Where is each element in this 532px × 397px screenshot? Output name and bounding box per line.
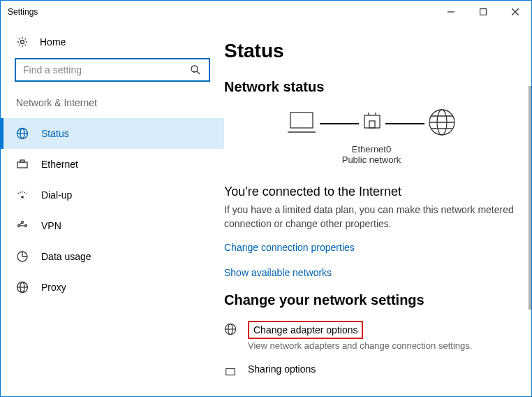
home-button[interactable]: Home [1, 29, 224, 58]
svg-rect-10 [17, 162, 27, 168]
diagram-labels: Ethernet0 Public network [224, 144, 519, 165]
sidebar-item-label: Data usage [41, 251, 91, 262]
sharing-options-row[interactable]: Sharing options [224, 363, 519, 378]
svg-point-12 [22, 196, 23, 198]
adapter-icon [362, 111, 383, 136]
home-label: Home [40, 36, 66, 48]
svg-rect-1 [480, 9, 487, 15]
globe-icon [224, 323, 237, 335]
sidebar-item-label: Status [41, 128, 69, 139]
globe-icon [16, 127, 29, 140]
sidebar-item-label: Ethernet [41, 159, 78, 170]
connection-status-title: You're connected to the Internet [224, 185, 519, 199]
window-controls [435, 1, 531, 23]
connection-line [385, 123, 424, 124]
close-button[interactable] [499, 1, 531, 23]
sidebar-item-datausage[interactable]: Data usage [1, 241, 224, 272]
svg-rect-22 [290, 113, 313, 128]
connection-line [320, 123, 359, 124]
titlebar: Settings [1, 1, 531, 23]
svg-rect-24 [364, 115, 380, 128]
svg-rect-25 [369, 121, 375, 128]
window-title: Settings [8, 7, 38, 17]
sidebar-item-dialup[interactable]: Dial-up [1, 180, 224, 210]
sidebar: Home Network & Internet Status Ethernet … [1, 23, 224, 396]
sidebar-item-proxy[interactable]: Proxy [1, 272, 224, 303]
sharing-icon [224, 366, 237, 378]
svg-point-14 [25, 225, 27, 227]
sidebar-item-label: Dial-up [41, 189, 72, 201]
change-network-settings-heading: Change your network settings [224, 292, 519, 308]
globe-icon [16, 281, 29, 294]
sidebar-item-label: Proxy [41, 282, 66, 293]
maximize-button[interactable] [467, 1, 499, 23]
highlight-box: Change adapter options [248, 321, 363, 339]
dialup-icon [16, 189, 29, 201]
change-connection-properties-link[interactable]: Change connection properties [224, 242, 519, 253]
show-available-networks-link[interactable]: Show available networks [224, 267, 519, 278]
svg-point-4 [21, 41, 24, 44]
page-title: Status [224, 40, 519, 62]
sidebar-item-status[interactable]: Status [1, 118, 224, 149]
network-status-heading: Network status [224, 79, 519, 95]
svg-rect-11 [20, 160, 24, 162]
svg-point-5 [191, 66, 198, 72]
globe-icon [427, 108, 457, 140]
search-icon [189, 64, 202, 76]
change-adapter-options-row[interactable]: Change adapter options View network adap… [224, 321, 519, 351]
network-profile: Public network [224, 154, 519, 165]
main-content: Status Network status Ethernet0 Public n… [224, 23, 531, 396]
sidebar-item-label: VPN [41, 220, 61, 231]
gear-icon [16, 36, 29, 48]
sidebar-item-vpn[interactable]: VPN [1, 210, 224, 241]
sidebar-item-ethernet[interactable]: Ethernet [1, 149, 224, 180]
vpn-icon [16, 219, 29, 232]
svg-line-6 [197, 71, 200, 74]
scrollbar[interactable] [529, 86, 531, 310]
adapter-name: Ethernet0 [224, 144, 519, 154]
section-header: Network & Internet [1, 97, 224, 118]
ethernet-icon [16, 158, 29, 171]
network-diagram [224, 108, 519, 140]
svg-line-17 [20, 223, 22, 225]
search-input[interactable] [23, 64, 189, 75]
computer-icon [286, 110, 317, 138]
search-box[interactable] [15, 58, 210, 82]
sharing-options-title: Sharing options [248, 363, 519, 375]
data-usage-icon [16, 250, 29, 263]
minimize-button[interactable] [435, 1, 467, 23]
svg-rect-34 [226, 369, 235, 375]
adapter-options-desc: View network adapters and change connect… [248, 340, 519, 351]
adapter-options-title: Change adapter options [253, 324, 357, 335]
connection-status-body: If you have a limited data plan, you can… [224, 203, 519, 231]
